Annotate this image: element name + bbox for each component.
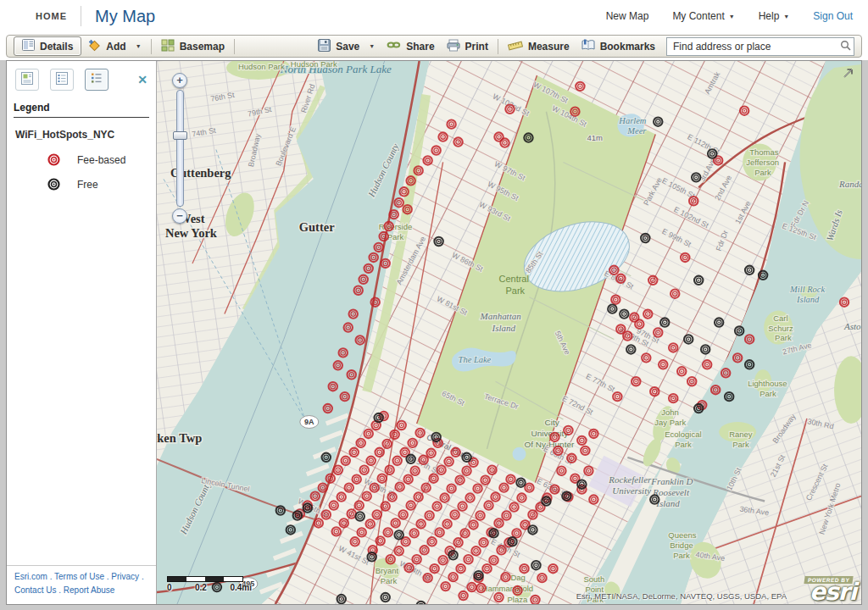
footer-link[interactable]: Report Abuse xyxy=(64,585,115,595)
map-label: Rockefeller xyxy=(608,474,652,485)
map-label: Mill Rock xyxy=(789,285,825,294)
scale-label: 0.4mi xyxy=(230,583,252,592)
share-label: Share xyxy=(406,41,434,53)
basemap-icon xyxy=(161,39,175,54)
map-label: City xyxy=(544,418,559,427)
add-icon xyxy=(87,39,101,54)
map-toolbar: Details Add ▼ Basemap Save ▼ Share Print xyxy=(6,35,862,58)
map-label: Jefferson xyxy=(746,158,779,167)
map-label: Schurz xyxy=(768,324,793,333)
contents-icon xyxy=(56,72,68,88)
zoom-out-button[interactable]: − xyxy=(172,208,187,224)
map-label: Lighthouse xyxy=(748,379,787,388)
map-label: Park xyxy=(506,286,526,296)
tab-contents[interactable] xyxy=(50,69,74,91)
tab-legend[interactable] xyxy=(85,69,108,91)
zoom-slider-track[interactable] xyxy=(176,90,184,207)
search-input[interactable] xyxy=(671,40,840,53)
map-label: Raney xyxy=(729,430,753,439)
nav-my-content-label: My Content xyxy=(672,10,724,22)
print-label: Print xyxy=(465,41,488,53)
content-area: ✕ Legend WiFi_HotSpots_NYC Fee-based Fre… xyxy=(6,60,862,605)
basemap-button[interactable]: Basemap xyxy=(155,37,231,56)
details-icon xyxy=(22,39,35,53)
home-link[interactable]: HOME xyxy=(36,11,67,21)
nav-help[interactable]: Help▼ xyxy=(759,10,790,22)
map-label: 41m xyxy=(587,133,603,142)
map-label: Randall xyxy=(838,179,861,189)
measure-label: Measure xyxy=(528,41,570,53)
save-label: Save xyxy=(336,41,359,53)
add-label: Add xyxy=(106,41,125,53)
chevron-down-icon: ▼ xyxy=(729,14,735,19)
zoom-control: + − xyxy=(170,73,189,224)
map-label: Park xyxy=(760,389,776,398)
scale-label: 0 xyxy=(167,583,172,592)
measure-icon xyxy=(508,39,523,53)
map-canvas[interactable]: North Hudson Park LakeHudson ParkHudson … xyxy=(157,61,861,604)
toolbar-divider xyxy=(151,39,152,54)
footer-link[interactable]: Esri.com xyxy=(14,572,47,581)
map-label: Park xyxy=(675,440,692,449)
share-icon xyxy=(387,40,401,53)
print-button[interactable]: Print xyxy=(441,37,494,56)
basemap-label: Basemap xyxy=(180,41,225,53)
tab-about[interactable] xyxy=(15,69,39,91)
legend-item-label: Free xyxy=(77,179,98,191)
highway-shield: 9A xyxy=(300,416,319,429)
map-label: University xyxy=(612,485,651,496)
map-label: Park xyxy=(381,576,398,585)
scale-bar: 0 0.2 0.4mi xyxy=(167,576,252,592)
scale-bar-segments xyxy=(167,576,243,582)
map-label: Meer xyxy=(626,126,647,136)
app-header: HOME My Map New Map My Content▼ Help▼ Si… xyxy=(0,0,868,32)
expand-arrow-icon[interactable] xyxy=(842,66,855,83)
details-label: Details xyxy=(40,41,73,53)
zoom-in-button[interactable]: + xyxy=(172,73,187,88)
map-label: Hudson Park xyxy=(291,61,337,69)
nav-help-label: Help xyxy=(759,10,780,22)
map-label: Plaza xyxy=(508,595,528,604)
map-label: Park xyxy=(754,168,771,177)
nav-my-content[interactable]: My Content▼ xyxy=(672,10,734,22)
map-label: Gutter xyxy=(299,220,335,234)
map-label: Queens xyxy=(668,530,696,540)
map-label: Central xyxy=(499,274,529,284)
legend-heading: Legend xyxy=(14,98,149,118)
map-label: Thomas xyxy=(749,147,779,157)
sign-out-link[interactable]: Sign Out xyxy=(813,10,853,22)
chevron-down-icon: ▼ xyxy=(783,14,789,19)
map-attribution: Esri, METI/NASA, DeLorme, NAVTEQ, USGS, … xyxy=(576,591,787,601)
powered-by-label: POWERED BY xyxy=(804,576,854,584)
map-label: Island xyxy=(492,323,516,333)
close-icon[interactable]: ✕ xyxy=(137,74,147,86)
footer-link[interactable]: Contact Us xyxy=(14,585,56,595)
map-label: Bridge xyxy=(670,541,693,550)
chevron-down-icon: ▼ xyxy=(369,43,375,49)
details-button[interactable]: Details xyxy=(14,36,81,56)
footer-link[interactable]: Terms of Use xyxy=(54,572,104,581)
search-icon[interactable] xyxy=(840,40,851,53)
map-label: South xyxy=(583,574,604,584)
print-icon xyxy=(447,39,460,54)
bookmarks-button[interactable]: Bookmarks xyxy=(576,37,661,55)
map-label: Weehawken Twp xyxy=(157,431,202,445)
save-icon xyxy=(318,39,331,54)
panel-tabs: ✕ xyxy=(7,61,156,96)
footer-link[interactable]: Privacy xyxy=(111,572,139,581)
map-label: Island xyxy=(796,295,820,304)
map-label: Harlem xyxy=(618,116,646,125)
save-button[interactable]: Save ▼ xyxy=(312,37,381,56)
map-label: Hudson Park xyxy=(238,62,285,71)
add-button[interactable]: Add ▼ xyxy=(81,37,147,56)
zoom-in-icon: + xyxy=(176,74,183,86)
zoom-slider-handle[interactable] xyxy=(173,131,187,140)
toolbar-row: Details Add ▼ Basemap Save ▼ Share Print xyxy=(0,32,868,60)
page-title: My Map xyxy=(95,7,155,26)
map-label: Park xyxy=(732,440,749,449)
panel-footer: Esri.com . Terms of Use . Privacy . Cont… xyxy=(7,565,156,604)
esri-brand: esri xyxy=(810,581,856,602)
nav-new-map[interactable]: New Map xyxy=(606,10,649,22)
share-button[interactable]: Share xyxy=(381,38,440,54)
measure-button[interactable]: Measure xyxy=(502,37,576,55)
